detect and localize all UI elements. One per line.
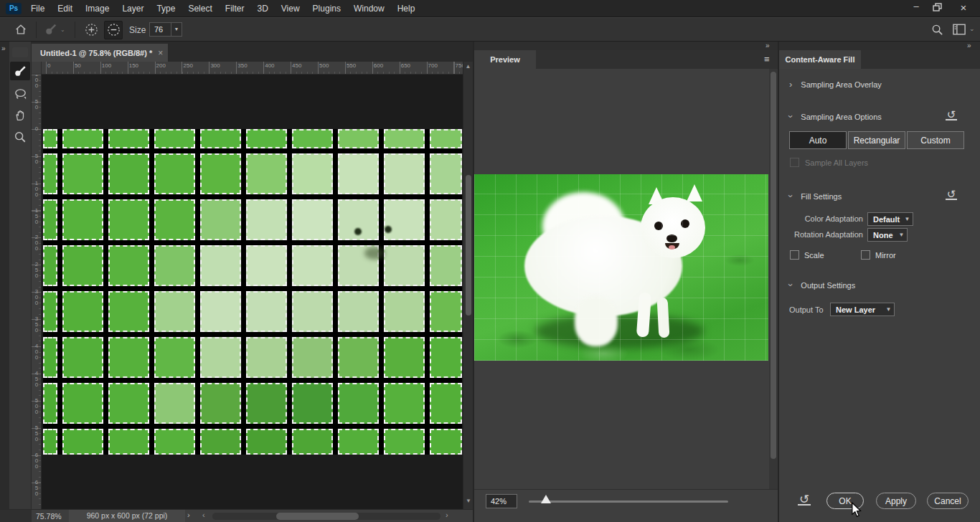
scroll-up-icon[interactable]: ▲ (463, 62, 473, 72)
selection-cell (338, 291, 379, 332)
section-sampling-area-options[interactable]: › Sampling Area Options (789, 111, 882, 122)
scroll-left-icon[interactable]: ‹ (202, 511, 205, 519)
workspace-switcher-icon[interactable] (953, 24, 966, 35)
selection-cell (200, 383, 241, 424)
preview-vertical-scrollbar[interactable] (769, 69, 778, 489)
subtract-from-sampling-button[interactable] (104, 21, 123, 39)
document-tab-close-icon[interactable]: × (158, 48, 163, 58)
output-to-value: New Layer (831, 305, 883, 314)
scrollbar-thumb[interactable] (771, 72, 776, 459)
menu-3d[interactable]: 3D (250, 0, 274, 17)
zoom-level-field[interactable]: 75.78% (36, 512, 62, 521)
panel-menu-icon[interactable]: ≡ (764, 54, 770, 65)
toolbar-collapse-icon[interactable]: » (1, 44, 9, 52)
close-button[interactable]: × (951, 0, 976, 16)
selection-cell (154, 383, 195, 424)
menu-filter[interactable]: Filter (219, 0, 251, 17)
h-ruler-label: 650 (400, 62, 410, 69)
v-ruler-label: 4 5 0 (33, 371, 40, 388)
reset-sampling-options-icon[interactable]: ↺ (946, 110, 957, 120)
rotation-adaptation-dropdown[interactable]: None ▼ (867, 228, 908, 242)
selection-cell (43, 153, 57, 194)
workspace-chevron-icon[interactable]: ⌄ (969, 25, 975, 32)
selection-cell (384, 383, 425, 424)
h-ruler-label: 450 (291, 62, 301, 69)
mirror-row: Mirror (861, 250, 896, 260)
tab-content-aware-fill[interactable]: Content-Aware Fill (779, 50, 861, 69)
output-to-dropdown[interactable]: New Layer ▼ (830, 303, 895, 316)
reset-fill-settings-icon[interactable]: ↺ (946, 189, 957, 200)
color-adaptation-dropdown[interactable]: Default ▼ (867, 212, 913, 226)
slider-thumb[interactable] (541, 495, 551, 503)
menu-image[interactable]: Image (79, 0, 116, 17)
v-ruler-label: 0 (33, 126, 40, 132)
scale-checkbox[interactable] (790, 250, 799, 260)
search-icon[interactable] (931, 24, 943, 36)
selection-cell (62, 383, 103, 424)
home-icon[interactable] (14, 23, 27, 36)
size-dropdown[interactable]: 76 ▼ (149, 22, 182, 37)
menu-edit[interactable]: Edit (51, 0, 79, 17)
restore-button[interactable] (927, 3, 948, 16)
brush-preset-icon[interactable] (44, 23, 57, 36)
menu-select[interactable]: Select (182, 0, 218, 17)
document-info[interactable]: 960 px x 600 px (72 ppi) (69, 510, 185, 522)
sampling-area-custom-button[interactable]: Custom (907, 131, 964, 149)
panel-collapse-icon[interactable]: » (967, 42, 971, 50)
section-sampling-area-overlay[interactable]: › Sampling Area Overlay (789, 79, 882, 90)
scale-row: Scale (790, 250, 824, 260)
document-tab-title: Untitled-1 @ 75.8% (RGB/8#) * (32, 49, 152, 57)
v-ruler-label: 2 0 0 (33, 234, 40, 252)
document-tab-strip: Untitled-1 @ 75.8% (RGB/8#) * × (32, 42, 473, 62)
tab-preview[interactable]: Preview (474, 50, 536, 69)
v-ruler-label: 5 0 0 (33, 398, 40, 415)
add-to-sampling-icon[interactable] (85, 23, 98, 37)
menu-view[interactable]: View (275, 0, 306, 17)
minimize-button[interactable]: – (905, 0, 927, 16)
preview-zoom-field[interactable]: 42% (486, 494, 517, 508)
canvas[interactable] (42, 75, 463, 509)
sampling-area-auto-button[interactable]: Auto (789, 131, 847, 149)
section-fill-settings[interactable]: › Fill Settings (789, 191, 842, 201)
selection-cell (292, 199, 333, 240)
selection-cell (246, 383, 287, 424)
brush-preset-chevron-icon[interactable]: ⌄ (60, 27, 65, 33)
menu-help[interactable]: Help (391, 0, 422, 17)
mirror-checkbox[interactable] (861, 250, 870, 260)
tool-lasso[interactable] (10, 85, 30, 103)
h-ruler-label: 350 (236, 62, 247, 69)
selection-cell (200, 429, 241, 455)
canvas-vertical-scrollbar[interactable]: ▲ ▼ (463, 62, 473, 509)
selection-cell (384, 153, 425, 194)
preview-zoom-slider[interactable] (529, 500, 728, 503)
v-ruler-label: 5 5 0 (33, 425, 40, 442)
reset-all-icon[interactable]: ↺ (798, 495, 811, 506)
tool-sampling-brush[interactable] (10, 62, 30, 80)
sampling-area-rectangular-button[interactable]: Rectangular (848, 131, 905, 149)
sample-all-layers-checkbox[interactable] (790, 158, 799, 167)
menu-layer[interactable]: Layer (116, 0, 150, 17)
canvas-horizontal-scrollbar[interactable] (212, 513, 440, 520)
panel-collapse-icon[interactable]: » (765, 42, 770, 50)
apply-button[interactable]: Apply (876, 493, 916, 509)
scrollbar-thumb[interactable] (466, 175, 471, 315)
menu-plugins[interactable]: Plugins (306, 0, 347, 17)
status-chevron-icon[interactable]: › (187, 511, 190, 519)
ruler-corner[interactable] (32, 62, 42, 75)
scrollbar-thumb[interactable] (276, 513, 359, 520)
scroll-right-icon[interactable]: › (446, 511, 448, 519)
selection-cell (292, 153, 333, 194)
section-output-settings[interactable]: › Output Settings (789, 280, 855, 290)
v-ruler-label: 5 0 (33, 153, 40, 165)
h-ruler-label: 750 (454, 62, 463, 69)
menu-type[interactable]: Type (150, 0, 182, 17)
menu-window[interactable]: Window (347, 0, 391, 17)
tool-hand[interactable] (10, 106, 30, 125)
selection-cell (200, 291, 241, 332)
document-tab[interactable]: Untitled-1 @ 75.8% (RGB/8#) * × (32, 44, 168, 62)
scroll-down-icon[interactable]: ▼ (463, 498, 473, 504)
cancel-button[interactable]: Cancel (927, 493, 969, 509)
menu-file[interactable]: File (24, 0, 51, 17)
tool-zoom[interactable] (10, 128, 30, 146)
status-bar: 75.78% 960 px x 600 px (72 ppi) › ‹ › (0, 509, 473, 522)
